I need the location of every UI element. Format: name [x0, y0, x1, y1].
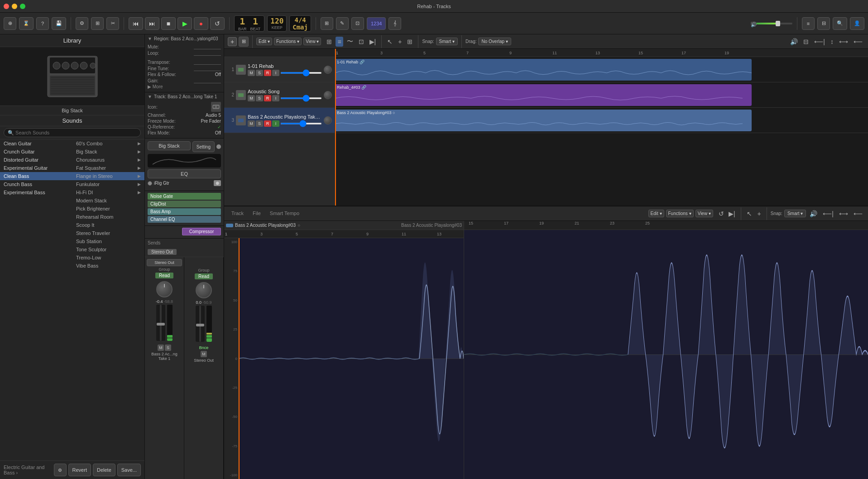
toolbar-btn-snap[interactable]: ⊡ — [351, 17, 364, 30]
library-item-crunch-bass[interactable]: Crunch Bass Funkulator ▶ — [0, 180, 144, 188]
region-finetune-input[interactable] — [194, 66, 221, 71]
library-item-clean-guitar[interactable]: Clean Guitar 60's Combo ▶ — [0, 139, 144, 148]
lower-snap-value[interactable]: Smart ▾ — [784, 210, 806, 217]
toolbar-btn-save[interactable]: 💾 — [52, 17, 66, 30]
tab-file[interactable]: File — [249, 209, 264, 219]
track-3-pan[interactable] — [324, 116, 332, 125]
marker-view-btn[interactable]: ▶| — [368, 37, 378, 47]
track-3-mute[interactable]: M — [248, 120, 255, 127]
waveform-canvas[interactable] — [239, 238, 464, 479]
library-item-scoop-it[interactable]: Scoop It — [0, 221, 144, 229]
library-item-crunch-guitar[interactable]: Crunch Guitar Big Stack ▶ — [0, 148, 144, 156]
fast-forward-button[interactable]: ⏭ — [145, 17, 159, 30]
lower-edit-dropdown[interactable]: Edit ▾ — [648, 210, 664, 217]
toolbar-btn-scissors[interactable]: ✂ — [106, 17, 119, 30]
track-region-2[interactable]: Rehab_4#03 🔗 — [335, 84, 752, 106]
ch2-fader-thumb[interactable] — [196, 324, 204, 326]
setting-button[interactable]: Setting — [192, 141, 215, 152]
toolbar-btn-note[interactable]: 𝄞 — [388, 17, 401, 30]
library-item-clean-bass[interactable]: Clean Bass Flange in Stereo ▶ — [0, 172, 144, 180]
ch2-pan-knob[interactable] — [196, 282, 212, 298]
bar-counter[interactable]: 1 — [240, 16, 245, 27]
search-input[interactable] — [4, 128, 141, 137]
minimize-button[interactable] — [12, 4, 17, 9]
toolbar-btn-list[interactable]: ≡ — [802, 17, 815, 30]
track-2-input[interactable]: I — [272, 95, 279, 101]
track-3-solo[interactable]: S — [256, 120, 263, 127]
region-mute-input[interactable] — [194, 44, 221, 49]
track-2-mute[interactable]: M — [248, 95, 255, 101]
track-3-input[interactable]: I — [272, 120, 279, 127]
eq-button[interactable]: EQ — [148, 169, 221, 178]
library-item-sub-station[interactable]: Sub Station — [0, 237, 144, 245]
track-1-mute[interactable]: M — [248, 70, 255, 76]
lower-functions-dropdown[interactable]: Functions ▾ — [666, 210, 694, 217]
library-item-experimental-guitar[interactable]: Experimental Guitar Fat Squasher ▶ — [0, 164, 144, 172]
stop-button[interactable]: ■ — [161, 17, 176, 30]
tracks-right-btn-2[interactable]: ⊟ — [801, 37, 810, 46]
lower-right-btn-4[interactable]: ⟵ — [852, 209, 864, 218]
tracks-right-btn-6[interactable]: ⟵ — [852, 37, 864, 46]
toolbar-btn-midi2[interactable]: ✎ — [336, 17, 349, 30]
library-item-stereo-traveler[interactable]: Stereo Traveler — [0, 229, 144, 237]
toolbar-btn-piano[interactable]: ⊟ — [817, 17, 830, 30]
lower-loop-btn[interactable]: ↺ — [717, 209, 726, 218]
track-2-volume[interactable] — [280, 97, 322, 99]
tracks-right-btn-3[interactable]: ⟵| — [812, 37, 827, 46]
ch1-pan-knob[interactable] — [156, 281, 173, 297]
track-region-3[interactable]: Bass 2 Acoustic Playalong#03 ○ — [335, 110, 752, 131]
toolbar-btn-search[interactable]: 🔍 — [833, 17, 847, 30]
add-track-button[interactable]: + — [228, 37, 237, 46]
tracks-right-btn-1[interactable]: 🔊 — [788, 37, 800, 46]
tempo-display[interactable]: 120 KEEP — [267, 15, 287, 32]
waveform-view-btn[interactable]: 〜 — [345, 37, 355, 47]
snap-value-btn[interactable]: Smart ▾ — [436, 38, 458, 45]
lower-add-btn[interactable]: + — [756, 209, 763, 218]
cycle-button[interactable]: ↺ — [210, 17, 225, 30]
lower-ruler[interactable]: 1 3 5 7 9 11 13 — [224, 230, 464, 238]
drag-value-btn[interactable]: No Overlap ▾ — [478, 38, 511, 45]
toolbar-btn-2[interactable]: ⌛ — [19, 17, 34, 30]
track-lane-3[interactable]: Bass 2 Acoustic Playalong#03 ○ — [335, 108, 868, 133]
tracks-right-btn-5[interactable]: ⟷ — [837, 37, 850, 46]
time-signature-display[interactable]: 4/4 Cmaj — [289, 15, 311, 32]
amp-name-button[interactable]: Big Stack — [148, 141, 191, 150]
ch2-read[interactable]: Read — [195, 273, 213, 279]
track-2-solo[interactable]: S — [256, 95, 263, 101]
ch2-mute[interactable]: M — [201, 351, 207, 357]
track-1-solo[interactable]: S — [256, 70, 263, 76]
ch1-solo[interactable]: S — [165, 345, 171, 351]
track-region-1[interactable]: 1-01 Rehab 🔗 — [335, 59, 752, 81]
functions-dropdown[interactable]: Functions ▾ — [274, 38, 302, 45]
chain-add-button[interactable]: ⊕ — [214, 180, 221, 186]
play-button[interactable]: ▶ — [177, 17, 192, 30]
track-lane-2[interactable]: Rehab_4#03 🔗 — [335, 82, 868, 108]
library-footer-category[interactable]: Electric Guitar and Bass › — [4, 465, 52, 475]
view-dropdown[interactable]: View ▾ — [303, 38, 321, 45]
lower-view-dropdown[interactable]: View ▾ — [695, 210, 713, 217]
record-button[interactable]: ● — [194, 17, 208, 30]
lower-marker-btn[interactable]: ▶| — [727, 209, 737, 218]
delete-button[interactable]: Delete — [93, 464, 115, 476]
library-item-distorted-guitar[interactable]: Distorted Guitar Chorusaurus ▶ — [0, 156, 144, 164]
tab-track[interactable]: Track — [228, 209, 247, 219]
library-item-pick-brightener[interactable]: Pick Brightener — [0, 205, 144, 213]
grid-view-btn[interactable]: ⊞ — [325, 37, 334, 47]
fullscreen-button[interactable] — [20, 4, 25, 9]
cursor-btn[interactable]: ↖ — [385, 37, 394, 46]
close-button[interactable] — [4, 4, 9, 9]
more-button[interactable]: ▶ More — [148, 84, 221, 89]
track-options-button[interactable]: ⊞ — [239, 37, 249, 47]
lower-right-btn-1[interactable]: 🔊 — [808, 209, 819, 218]
edit-dropdown[interactable]: Edit ▾ — [256, 38, 272, 45]
track-lane-1[interactable]: 1-01 Rehab 🔗 — [335, 57, 868, 82]
toolbar-btn-settings[interactable]: ⚙ — [76, 17, 88, 30]
volume-slider[interactable] — [756, 23, 792, 24]
ch2-fader[interactable] — [196, 306, 205, 342]
fx-compressor[interactable]: Compressor — [182, 228, 221, 235]
list-view-btn[interactable]: ≡ — [336, 37, 343, 47]
region-gain-input[interactable] — [194, 78, 221, 83]
region-loop-input[interactable] — [194, 50, 221, 56]
ch1-read[interactable]: Read — [155, 273, 173, 278]
lower-cursor-btn[interactable]: ↖ — [745, 209, 754, 218]
